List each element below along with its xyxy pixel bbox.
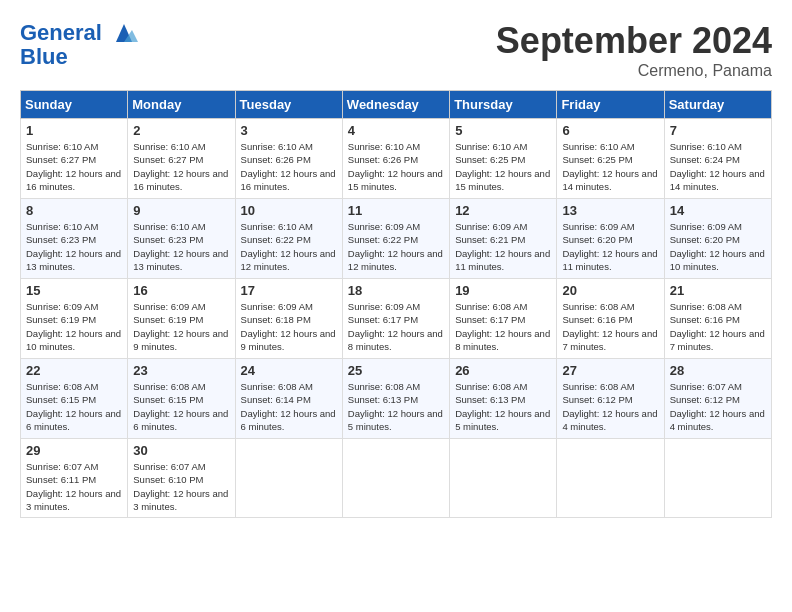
col-saturday: Saturday (664, 91, 771, 119)
calendar-row-3: 15 Sunrise: 6:09 AMSunset: 6:19 PMDaylig… (21, 279, 772, 359)
day-1: 1 Sunrise: 6:10 AMSunset: 6:27 PMDayligh… (21, 119, 128, 199)
calendar-row-1: 1 Sunrise: 6:10 AMSunset: 6:27 PMDayligh… (21, 119, 772, 199)
page-header: General Blue September 2024 Cermeno, Pan… (20, 20, 772, 80)
day-10: 10 Sunrise: 6:10 AMSunset: 6:22 PMDaylig… (235, 199, 342, 279)
empty-cell-3 (450, 439, 557, 518)
day-7: 7 Sunrise: 6:10 AMSunset: 6:24 PMDayligh… (664, 119, 771, 199)
day-2: 2 Sunrise: 6:10 AMSunset: 6:27 PMDayligh… (128, 119, 235, 199)
day-5: 5 Sunrise: 6:10 AMSunset: 6:25 PMDayligh… (450, 119, 557, 199)
title-block: September 2024 Cermeno, Panama (496, 20, 772, 80)
day-12: 12 Sunrise: 6:09 AMSunset: 6:21 PMDaylig… (450, 199, 557, 279)
day-21: 21 Sunrise: 6:08 AMSunset: 6:16 PMDaylig… (664, 279, 771, 359)
calendar-table: Sunday Monday Tuesday Wednesday Thursday… (20, 90, 772, 518)
day-6: 6 Sunrise: 6:10 AMSunset: 6:25 PMDayligh… (557, 119, 664, 199)
day-30: 30 Sunrise: 6:07 AMSunset: 6:10 PMDaylig… (128, 439, 235, 518)
month-title: September 2024 (496, 20, 772, 62)
col-thursday: Thursday (450, 91, 557, 119)
day-13: 13 Sunrise: 6:09 AMSunset: 6:20 PMDaylig… (557, 199, 664, 279)
empty-cell-4 (557, 439, 664, 518)
col-wednesday: Wednesday (342, 91, 449, 119)
day-20: 20 Sunrise: 6:08 AMSunset: 6:16 PMDaylig… (557, 279, 664, 359)
day-11: 11 Sunrise: 6:09 AMSunset: 6:22 PMDaylig… (342, 199, 449, 279)
day-26: 26 Sunrise: 6:08 AMSunset: 6:13 PMDaylig… (450, 359, 557, 439)
calendar-row-2: 8 Sunrise: 6:10 AMSunset: 6:23 PMDayligh… (21, 199, 772, 279)
col-tuesday: Tuesday (235, 91, 342, 119)
calendar-row-4: 22 Sunrise: 6:08 AMSunset: 6:15 PMDaylig… (21, 359, 772, 439)
day-9: 9 Sunrise: 6:10 AMSunset: 6:23 PMDayligh… (128, 199, 235, 279)
calendar-row-5: 29 Sunrise: 6:07 AMSunset: 6:11 PMDaylig… (21, 439, 772, 518)
logo-icon (110, 20, 138, 48)
empty-cell-2 (342, 439, 449, 518)
calendar-header-row: Sunday Monday Tuesday Wednesday Thursday… (21, 91, 772, 119)
day-24: 24 Sunrise: 6:08 AMSunset: 6:14 PMDaylig… (235, 359, 342, 439)
day-22: 22 Sunrise: 6:08 AMSunset: 6:15 PMDaylig… (21, 359, 128, 439)
empty-cell-5 (664, 439, 771, 518)
day-17: 17 Sunrise: 6:09 AMSunset: 6:18 PMDaylig… (235, 279, 342, 359)
empty-cell-1 (235, 439, 342, 518)
location-subtitle: Cermeno, Panama (496, 62, 772, 80)
day-23: 23 Sunrise: 6:08 AMSunset: 6:15 PMDaylig… (128, 359, 235, 439)
day-3: 3 Sunrise: 6:10 AMSunset: 6:26 PMDayligh… (235, 119, 342, 199)
day-19: 19 Sunrise: 6:08 AMSunset: 6:17 PMDaylig… (450, 279, 557, 359)
day-14: 14 Sunrise: 6:09 AMSunset: 6:20 PMDaylig… (664, 199, 771, 279)
day-18: 18 Sunrise: 6:09 AMSunset: 6:17 PMDaylig… (342, 279, 449, 359)
day-29: 29 Sunrise: 6:07 AMSunset: 6:11 PMDaylig… (21, 439, 128, 518)
col-monday: Monday (128, 91, 235, 119)
day-25: 25 Sunrise: 6:08 AMSunset: 6:13 PMDaylig… (342, 359, 449, 439)
day-15: 15 Sunrise: 6:09 AMSunset: 6:19 PMDaylig… (21, 279, 128, 359)
day-4: 4 Sunrise: 6:10 AMSunset: 6:26 PMDayligh… (342, 119, 449, 199)
day-8: 8 Sunrise: 6:10 AMSunset: 6:23 PMDayligh… (21, 199, 128, 279)
logo: General Blue (20, 20, 138, 70)
day-27: 27 Sunrise: 6:08 AMSunset: 6:12 PMDaylig… (557, 359, 664, 439)
col-sunday: Sunday (21, 91, 128, 119)
day-16: 16 Sunrise: 6:09 AMSunset: 6:19 PMDaylig… (128, 279, 235, 359)
day-28: 28 Sunrise: 6:07 AMSunset: 6:12 PMDaylig… (664, 359, 771, 439)
col-friday: Friday (557, 91, 664, 119)
